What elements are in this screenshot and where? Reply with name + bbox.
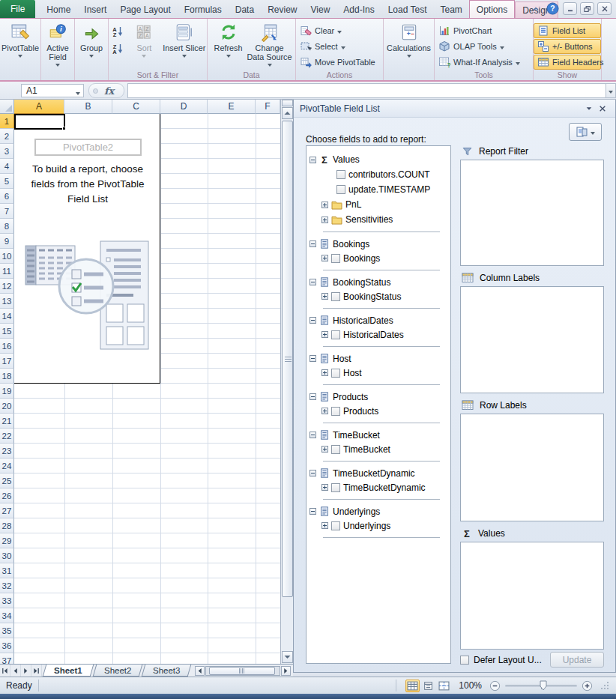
change-data-source-button[interactable]: Change Data Source bbox=[247, 21, 293, 69]
tree-hierarchy-historicaldates[interactable]: HistoricalDates bbox=[307, 327, 450, 342]
field-checkbox[interactable] bbox=[331, 445, 340, 454]
zoom-level-label[interactable]: 100% bbox=[459, 680, 482, 691]
olap-tools-button[interactable]: OLAP Tools bbox=[435, 39, 533, 54]
row-header-19[interactable]: 19 bbox=[0, 384, 14, 399]
tree-hierarchy-underlyings[interactable]: Underlyings bbox=[307, 518, 450, 533]
field-checkbox[interactable] bbox=[331, 330, 340, 339]
row-header-36[interactable]: 36 bbox=[0, 638, 14, 653]
field-checkbox[interactable] bbox=[336, 170, 345, 179]
collapse-icon[interactable] bbox=[309, 355, 316, 362]
tree-hierarchy-timebucketdynamic[interactable]: TimeBucketDynamic bbox=[307, 480, 450, 494]
pivotchart-button[interactable]: PivotChart bbox=[435, 23, 533, 38]
insert-slicer-button[interactable]: Insert Slicer bbox=[162, 21, 207, 69]
tab-home[interactable]: Home bbox=[40, 1, 77, 18]
insert-function-button[interactable]: fx bbox=[104, 85, 114, 97]
pane-layout-selector-button[interactable] bbox=[569, 123, 602, 141]
row-header-27[interactable]: 27 bbox=[0, 503, 14, 518]
row-header-17[interactable]: 17 bbox=[0, 354, 14, 369]
refresh-button[interactable]: Refresh bbox=[211, 21, 247, 69]
pane-title-bar[interactable]: PivotTable Field List bbox=[294, 100, 615, 118]
column-header-b[interactable]: B bbox=[64, 100, 112, 114]
zoom-in-icon[interactable] bbox=[582, 680, 593, 692]
row-header-28[interactable]: 28 bbox=[0, 518, 14, 533]
row-header-13[interactable]: 13 bbox=[0, 294, 14, 309]
tree-folder-sensitivities[interactable]: Sensitivities bbox=[307, 212, 450, 227]
row-header-35[interactable]: 35 bbox=[0, 623, 14, 638]
row-header-8[interactable]: 8 bbox=[0, 219, 14, 234]
tree-dimension-bookingstatus[interactable]: BookingStatus bbox=[307, 275, 450, 289]
tab-view[interactable]: View bbox=[304, 1, 337, 18]
active-field-button[interactable]: iActive Field bbox=[41, 21, 74, 69]
field-checkbox[interactable] bbox=[331, 521, 340, 530]
row-header-24[interactable]: 24 bbox=[0, 459, 14, 473]
first-sheet-button[interactable] bbox=[0, 665, 10, 677]
sheet-tab-sheet3[interactable]: Sheet3 bbox=[142, 665, 192, 677]
view-normal-button[interactable] bbox=[405, 680, 420, 692]
tab-load-test[interactable]: Load Test bbox=[381, 1, 434, 18]
update-button[interactable]: Update bbox=[550, 652, 604, 668]
column-header-a[interactable]: A bbox=[14, 100, 64, 114]
pane-menu-dropdown-icon[interactable] bbox=[582, 103, 596, 115]
collapse-icon[interactable] bbox=[309, 470, 316, 476]
defer-layout-checkbox[interactable] bbox=[460, 656, 469, 665]
column-header-d[interactable]: D bbox=[160, 100, 208, 114]
help-button[interactable]: ? bbox=[546, 2, 560, 15]
active-cell-selection[interactable] bbox=[14, 114, 65, 130]
tree-dimension-bookings[interactable]: Bookings bbox=[307, 237, 450, 251]
tab-review[interactable]: Review bbox=[261, 1, 304, 18]
row-header-4[interactable]: 4 bbox=[0, 159, 14, 174]
clear-button[interactable]: Clear bbox=[296, 23, 383, 38]
scrollbar-split-handle[interactable] bbox=[282, 100, 293, 106]
tree-hierarchy-bookingstatus[interactable]: BookingStatus bbox=[307, 289, 450, 303]
vertical-scrollbar-thumb[interactable] bbox=[282, 121, 293, 597]
tree-dimension-historicaldates[interactable]: HistoricalDates bbox=[307, 313, 450, 327]
resize-grip[interactable] bbox=[600, 681, 610, 691]
collapse-icon[interactable] bbox=[309, 157, 316, 163]
tab-insert[interactable]: Insert bbox=[77, 1, 113, 18]
expand-icon[interactable] bbox=[321, 408, 328, 414]
field-checkbox[interactable] bbox=[331, 369, 340, 378]
tab-scrollbar-track[interactable] bbox=[205, 666, 280, 676]
pivottable-button[interactable]: PivotTable bbox=[0, 21, 40, 69]
row-header-31[interactable]: 31 bbox=[0, 563, 14, 578]
last-sheet-button[interactable] bbox=[31, 665, 42, 677]
area-dropzone-report-filter[interactable] bbox=[460, 160, 604, 266]
tree-dimension-underlyings[interactable]: Underlyings bbox=[307, 504, 450, 518]
area-dropzone-row-labels[interactable] bbox=[460, 414, 604, 521]
row-header-34[interactable]: 34 bbox=[0, 608, 14, 623]
scroll-up-button[interactable] bbox=[282, 107, 293, 119]
+-buttons-button[interactable]: +/- Buttons bbox=[534, 39, 601, 54]
tab-scroll-right-button[interactable] bbox=[281, 666, 291, 676]
expand-icon[interactable] bbox=[321, 331, 328, 338]
next-sheet-button[interactable] bbox=[21, 665, 31, 677]
close-button[interactable] bbox=[597, 2, 612, 15]
tab-scrollbar-thumb[interactable] bbox=[209, 667, 275, 675]
tab-data[interactable]: Data bbox=[229, 1, 261, 18]
tab-options[interactable]: Options bbox=[469, 0, 515, 18]
scroll-down-button[interactable] bbox=[282, 651, 293, 663]
column-header-f[interactable]: F bbox=[256, 100, 280, 114]
collapse-icon[interactable] bbox=[309, 240, 316, 247]
row-header-9[interactable]: 9 bbox=[0, 234, 14, 249]
calculations-button[interactable]: +−Calculations bbox=[384, 21, 434, 69]
worksheet-grid[interactable]: PivotTable2 To build a report, choose fi… bbox=[0, 100, 280, 664]
tree-field-update-timestamp[interactable]: update.TIMESTAMP bbox=[307, 182, 450, 197]
collapse-icon[interactable] bbox=[309, 279, 316, 285]
collapse-ribbon-button[interactable] bbox=[528, 2, 543, 15]
row-header-6[interactable]: 6 bbox=[0, 189, 14, 204]
expand-icon[interactable] bbox=[321, 255, 328, 261]
fill-handle[interactable] bbox=[62, 127, 66, 130]
field-headers-button[interactable]: Field Headers bbox=[534, 55, 601, 70]
select-all-corner[interactable] bbox=[0, 100, 14, 114]
collapse-icon[interactable] bbox=[309, 508, 316, 515]
field-checkbox[interactable] bbox=[331, 254, 340, 263]
row-header-22[interactable]: 22 bbox=[0, 429, 14, 444]
name-box-dropdown-icon[interactable] bbox=[76, 92, 80, 95]
expand-icon[interactable] bbox=[321, 446, 328, 453]
tab-page-layout[interactable]: Page Layout bbox=[113, 1, 177, 18]
collapse-icon[interactable] bbox=[309, 432, 316, 438]
sheet-tab-sheet1[interactable]: Sheet1 bbox=[43, 665, 94, 677]
row-header-12[interactable]: 12 bbox=[0, 279, 14, 294]
field-checkbox[interactable] bbox=[331, 407, 340, 416]
row-header-25[interactable]: 25 bbox=[0, 473, 14, 488]
